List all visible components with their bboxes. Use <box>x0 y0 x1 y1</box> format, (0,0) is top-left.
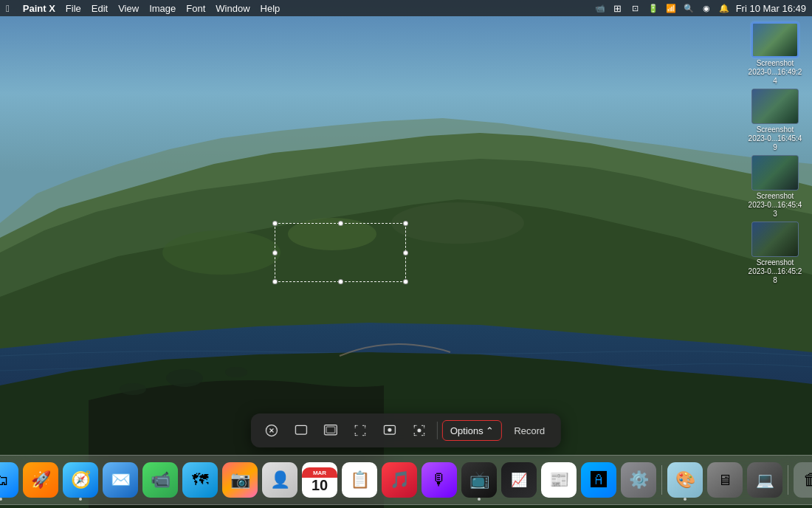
systemprefs-icon: ⚙️ <box>621 462 656 498</box>
safari-icon: 🧭 <box>63 462 98 498</box>
close-button[interactable] <box>258 417 285 444</box>
dock-calendar[interactable]: MAR 10 <box>301 461 338 498</box>
menu-edit[interactable]: Edit <box>92 3 108 14</box>
contacts-icon: 👤 <box>262 462 297 498</box>
airplay-icon[interactable]: ⊞ <box>612 2 624 14</box>
desktop-icon-4[interactable]: Screenshot2023-0...16:45:28 <box>746 222 805 285</box>
dock-launchpad[interactable]: 🚀 <box>22 461 59 498</box>
toolbar-separator <box>437 422 438 439</box>
desktop-icon-1[interactable]: Screenshot2023-0...16:49:24 <box>746 22 805 86</box>
svg-point-14 <box>388 428 391 432</box>
photos-icon: 📷 <box>222 462 258 498</box>
launchpad-icon: 🚀 <box>23 462 58 498</box>
dock-stocks[interactable]: 📈 <box>500 461 537 498</box>
wifi-icon[interactable]: 📶 <box>665 2 677 14</box>
screenshot-thumbnail-3 <box>751 155 799 190</box>
dock-systemprefs[interactable]: ⚙️ <box>620 461 657 498</box>
dock-icon-extra2[interactable]: 💻 <box>746 461 783 498</box>
svg-point-3 <box>391 202 524 244</box>
svg-rect-10 <box>295 425 306 434</box>
menu-file[interactable]: File <box>66 3 81 14</box>
screen-record-selection-button[interactable] <box>406 417 433 444</box>
desktop-icon-3[interactable]: Screenshot2023-0...16:45:43 <box>746 155 805 219</box>
dock-podcasts[interactable]: 🎙 <box>421 461 458 498</box>
dock-reminders[interactable]: 📋 <box>341 461 378 498</box>
svg-point-5 <box>120 383 146 395</box>
window-capture-button[interactable] <box>317 417 344 444</box>
appletv-icon: 📺 <box>461 462 497 498</box>
options-label: Options ⌃ <box>450 425 494 436</box>
desktop-icon-label-4: Screenshot2023-0...16:45:28 <box>747 258 803 285</box>
facetime-icon: 📹 <box>142 462 178 498</box>
dock-separator-2 <box>788 465 788 495</box>
menubar:  Paint X File Edit View Image Font Wind… <box>0 0 812 16</box>
desktop-icon-label-1: Screenshot2023-0...16:49:24 <box>747 59 803 86</box>
music-icon: 🎵 <box>382 462 417 498</box>
desktop-icons: Screenshot2023-0...16:49:24 Screenshot20… <box>746 22 805 285</box>
finder-icon: 🗂 <box>0 462 18 498</box>
dock-safari[interactable]: 🧭 <box>62 461 99 498</box>
reminders-icon: 📋 <box>342 462 377 498</box>
svg-point-4 <box>166 369 203 387</box>
trash-icon: 🗑 <box>794 462 812 498</box>
dock-appstore[interactable]: 🅰 <box>580 461 617 498</box>
options-button[interactable]: Options ⌃ <box>442 420 502 441</box>
dock-news[interactable]: 📰 <box>540 461 577 498</box>
screenshot-thumbnail-1 <box>751 22 799 58</box>
extra2-icon: 💻 <box>747 462 782 498</box>
menu-help[interactable]: Help <box>261 3 281 14</box>
svg-point-2 <box>288 218 376 250</box>
battery-icon[interactable]: 🔋 <box>647 2 659 14</box>
dock: 🗂 🚀 🧭 ✉️ 📹 🗺 📷 <box>0 455 812 505</box>
paintx-icon: 🎨 <box>667 462 703 498</box>
dock-photos[interactable]: 📷 <box>221 461 258 498</box>
svg-point-6 <box>225 367 247 377</box>
mail-icon: ✉️ <box>103 462 138 498</box>
podcasts-icon: 🎙 <box>422 462 457 498</box>
camera-icon[interactable]: 📹 <box>594 2 606 14</box>
screen-record-full-button[interactable] <box>376 417 403 444</box>
news-icon: 📰 <box>541 462 577 498</box>
extra1-icon: 🖥 <box>707 462 743 498</box>
stocks-icon: 📈 <box>501 462 537 498</box>
dock-separator <box>661 465 662 495</box>
screenshot-thumbnail-2 <box>751 89 799 124</box>
search-icon[interactable]: 🔍 <box>683 2 695 14</box>
app-name[interactable]: Paint X <box>23 3 55 14</box>
screenshot-toolbar: Options ⌃ Record <box>251 413 561 447</box>
dock-trash[interactable]: 🗑 <box>793 461 812 498</box>
fullscreen-capture-button[interactable] <box>288 417 314 444</box>
notification-icon[interactable]: 🔔 <box>718 2 730 14</box>
desktop-icon-label-3: Screenshot2023-0...16:45:43 <box>747 192 803 219</box>
svg-rect-12 <box>326 427 335 433</box>
menu-font[interactable]: Font <box>186 3 205 14</box>
desktop-icon-label-2: Screenshot2023-0...16:45:49 <box>747 126 803 152</box>
dock-icon-extra1[interactable]: 🖥 <box>706 461 743 498</box>
dock-maps[interactable]: 🗺 <box>182 461 219 498</box>
screenshot-thumbnail-4 <box>751 222 799 257</box>
siri-icon[interactable]: ◉ <box>701 2 712 14</box>
record-label: Record <box>514 425 545 436</box>
appstore-icon: 🅰 <box>581 462 616 498</box>
selection-capture-button[interactable] <box>347 417 374 444</box>
dock-music[interactable]: 🎵 <box>381 461 418 498</box>
dock-appletv[interactable]: 📺 <box>461 461 498 498</box>
screenmirroring-icon[interactable]: ⊡ <box>630 2 641 14</box>
dock-facetime[interactable]: 📹 <box>142 461 179 498</box>
svg-point-15 <box>417 429 421 433</box>
calendar-icon: MAR 10 <box>302 462 337 498</box>
datetime: Fri 10 Mar 16:49 <box>736 3 806 14</box>
menu-image[interactable]: Image <box>149 3 176 14</box>
dock-paintx[interactable]: 🎨 <box>667 461 703 498</box>
desktop-icon-2[interactable]: Screenshot2023-0...16:45:49 <box>746 89 805 152</box>
svg-point-1 <box>162 230 281 275</box>
maps-icon: 🗺 <box>182 462 218 498</box>
menu-view[interactable]: View <box>118 3 139 14</box>
dock-contacts[interactable]: 👤 <box>261 461 298 498</box>
dock-mail[interactable]: ✉️ <box>102 461 139 498</box>
menu-window[interactable]: Window <box>216 3 250 14</box>
dock-finder[interactable]: 🗂 <box>0 461 19 498</box>
record-button[interactable]: Record <box>505 420 554 441</box>
apple-menu[interactable]:  <box>6 3 10 14</box>
